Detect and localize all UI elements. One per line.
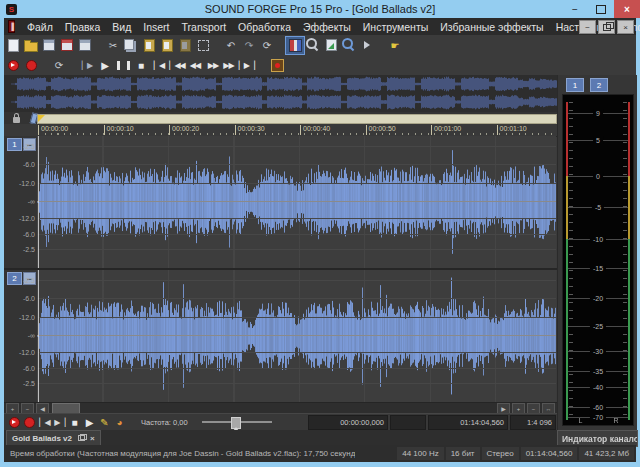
menu-item-3[interactable]: Insert: [137, 21, 175, 33]
menu-item-6[interactable]: Эффекты: [297, 21, 357, 33]
rewind-all-icon[interactable]: ▏◀◀: [168, 57, 186, 74]
stop-icon[interactable]: ■: [132, 57, 150, 74]
channel-2-wave-area[interactable]: [37, 270, 556, 402]
position-bar-row: [4, 112, 557, 124]
db-scale-label: -2.5: [23, 143, 35, 150]
undo-icon[interactable]: ↶: [222, 37, 240, 54]
forward-icon[interactable]: ▶▶: [204, 57, 222, 74]
cut-icon[interactable]: ✂: [104, 37, 122, 54]
tab-restore-icon[interactable]: [78, 435, 85, 441]
window-title: SOUND FORGE Pro 15 Pro - [Gold Ballads v…: [0, 3, 640, 15]
go-to-end-icon[interactable]: ▶▕: [240, 57, 258, 74]
menu-item-2[interactable]: Вид: [106, 21, 137, 33]
menu-item-5[interactable]: Обработка: [232, 21, 297, 33]
go-to-end-icon[interactable]: ▶▕: [52, 415, 67, 430]
play-icon[interactable]: ▶: [96, 57, 114, 74]
envelope-tool-icon[interactable]: [340, 37, 358, 54]
go-to-start-icon[interactable]: ▏◀: [150, 57, 168, 74]
save-all-icon[interactable]: [76, 37, 94, 54]
channel-1-button[interactable]: 1: [7, 138, 22, 151]
channel-2-button[interactable]: 2: [7, 272, 22, 285]
standard-toolbar: ✂↶↷⟳☛: [4, 35, 636, 56]
open-file-icon[interactable]: [22, 37, 40, 54]
overview-canvas[interactable]: [11, 75, 557, 112]
maximize-button[interactable]: [588, 0, 614, 18]
record-icon[interactable]: [22, 57, 40, 74]
edit-tool-icon[interactable]: [286, 37, 304, 54]
time-fields: 00:00:00,00001:14:04,5601:4 096: [308, 415, 556, 430]
trim-crop-icon[interactable]: [194, 37, 212, 54]
doc-restore-button[interactable]: [598, 20, 615, 34]
play-icon[interactable]: ▶: [82, 415, 97, 430]
paste-to-new-icon[interactable]: [176, 37, 194, 54]
save-as-icon[interactable]: [58, 37, 76, 54]
lock-icon[interactable]: [10, 112, 22, 124]
repeat-icon[interactable]: ⟳: [258, 37, 276, 54]
minimize-button[interactable]: −: [562, 0, 588, 18]
time-field-3[interactable]: 1:4 096: [510, 415, 556, 430]
record-icon: [26, 60, 37, 71]
audio-locator-icon[interactable]: ◕: [112, 415, 127, 430]
tab-close-icon[interactable]: ×: [90, 434, 95, 443]
rewind-icon[interactable]: ◀◀: [186, 57, 204, 74]
pause-icon[interactable]: [114, 57, 132, 74]
meter-scale-label: -70: [590, 413, 606, 420]
pencil-tool-icon: [364, 41, 370, 49]
copy-icon[interactable]: [122, 37, 140, 54]
doc-close-button[interactable]: ×: [617, 20, 634, 34]
magnify-tool-icon[interactable]: [304, 37, 322, 54]
fast-forward-icon[interactable]: ▶▶▕: [222, 57, 240, 74]
rate-slider[interactable]: [202, 415, 272, 430]
db-scale-label: -12.0: [19, 313, 35, 320]
pencil-tool-icon[interactable]: [358, 37, 376, 54]
close-button[interactable]: ×: [614, 0, 640, 18]
loop-playback-icon[interactable]: ⟳: [50, 57, 68, 74]
status-cell-3: 01:14:04,560: [521, 447, 578, 460]
new-file-icon[interactable]: [4, 37, 22, 54]
doc-minimize-button[interactable]: −: [579, 20, 596, 34]
db-scale-label: -∞: [28, 331, 35, 338]
record-monitor-icon[interactable]: [268, 57, 286, 74]
meter-scale-label: -5: [592, 204, 604, 211]
menu-item-0[interactable]: Файл: [21, 21, 59, 33]
menu-item-1[interactable]: Правка: [59, 21, 106, 33]
level-meter[interactable]: 950-5-10-15-20-25-30-35-40-60-70LR: [562, 94, 634, 426]
waveform-overview[interactable]: [4, 75, 557, 113]
record-icon[interactable]: [22, 415, 37, 430]
record-remote-icon[interactable]: [4, 57, 22, 74]
channel-1-wave-area[interactable]: [37, 136, 556, 268]
maximize-icon: [596, 5, 606, 14]
menu-item-7[interactable]: Инструменты: [357, 21, 434, 33]
stop-icon[interactable]: ■: [67, 415, 82, 430]
selection-marker: [38, 115, 45, 122]
title-bar: S SOUND FORGE Pro 15 Pro - [Gold Ballads…: [0, 0, 640, 18]
grid-line: [37, 280, 556, 281]
document-tab[interactable]: Gold Ballads v2 ×: [6, 430, 101, 445]
time-field-2[interactable]: 01:14:04,560: [428, 415, 508, 430]
grid-line: [37, 383, 556, 384]
db-scale-label: -12.0: [19, 214, 35, 221]
scrub-tool-icon[interactable]: ✎: [97, 415, 112, 430]
play-all-icon[interactable]: ▏▶: [78, 57, 96, 74]
status-cell-4: 41 423,2 Мб: [579, 447, 634, 460]
redo-icon[interactable]: ↷: [240, 37, 258, 54]
grid-line: [37, 317, 556, 318]
menu-item-4[interactable]: Transport: [176, 21, 233, 33]
hand-tool-icon[interactable]: ☛: [386, 37, 404, 54]
time-field-0[interactable]: 00:00:00,000: [308, 415, 388, 430]
record-remote-icon[interactable]: [7, 415, 22, 430]
record-icon: [24, 417, 35, 428]
event-tool-icon[interactable]: [322, 37, 340, 54]
save-icon[interactable]: [40, 37, 58, 54]
meter-scale-label: 9: [593, 110, 603, 117]
paste-special-icon[interactable]: [158, 37, 176, 54]
menu-item-8[interactable]: Избранные эффекты: [434, 21, 549, 33]
meter-channel-button-1[interactable]: 1: [566, 78, 584, 92]
paste-icon[interactable]: [140, 37, 158, 54]
save-all-icon: [79, 39, 91, 51]
document-icon: ▐: [8, 20, 15, 33]
meter-channel-button-2[interactable]: 2: [590, 78, 608, 92]
time-field-1[interactable]: [390, 415, 426, 430]
position-scroll-bar[interactable]: [37, 114, 557, 124]
go-to-start-icon[interactable]: ▏◀: [37, 415, 52, 430]
